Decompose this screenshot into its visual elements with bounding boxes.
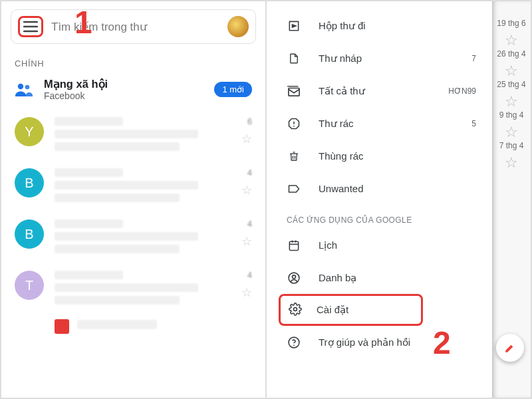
drawer-item-thư-rác[interactable]: Thư rác 5	[267, 107, 492, 140]
mail-meta: 4	[221, 168, 252, 178]
social-subtitle: Facebook	[44, 90, 203, 101]
outbox-icon	[287, 19, 301, 33]
gear-icon	[289, 303, 302, 318]
drawer-label: Lịch	[319, 239, 476, 251]
drawer-label: Danh bạ	[319, 272, 476, 284]
sender-avatar: B	[15, 219, 44, 249]
svg-point-1	[25, 84, 30, 89]
bg-mail-date: 25 thg 4	[497, 80, 525, 89]
drawer-item-danh-bạ[interactable]: Danh bạ	[267, 261, 492, 294]
drawer-count: 7	[471, 54, 476, 63]
drawer-item-settings[interactable]: Cài đặt	[279, 294, 423, 326]
svg-point-7	[294, 307, 297, 311]
menu-button[interactable]	[18, 16, 43, 37]
draft-icon	[287, 52, 301, 65]
drawer-count: HƠN99	[448, 86, 476, 96]
mail-row[interactable]: B 4 ☆	[1, 213, 265, 264]
star-icon[interactable]: ☆	[221, 132, 252, 146]
search-placeholder: Tìm kiếm trong thư	[51, 20, 219, 34]
nav-drawer: Hộp thư đi Thư nháp 7 Tất cả thư HƠN99 T…	[267, 1, 492, 398]
drawer-item-help[interactable]: Trợ giúp và phản hồi	[267, 326, 492, 358]
svg-point-0	[18, 83, 23, 88]
star-outline-icon[interactable]: ☆	[505, 93, 518, 110]
sender-avatar: B	[15, 168, 44, 198]
label-icon	[287, 183, 301, 195]
mail-meta: 4	[221, 271, 252, 280]
drawer-item-thùng-rác[interactable]: Thùng rác	[267, 140, 492, 172]
sender-avatar: T	[15, 271, 44, 300]
bg-mail-item: 26 thg 4☆	[497, 49, 525, 80]
drawer-label: Unwanted	[319, 183, 459, 194]
star-icon[interactable]: ☆	[221, 183, 252, 198]
drawer-item-unwanted[interactable]: Unwanted	[267, 172, 492, 205]
svg-point-3	[293, 125, 295, 126]
mail-meta: 6	[221, 117, 252, 126]
background-mail-strip: 19 thg 6☆26 thg 4☆25 thg 4☆9 thg 4☆7 thg…	[492, 1, 531, 398]
mail-row[interactable]: T 4 ☆	[1, 264, 265, 315]
social-category-row[interactable]: Mạng xã hội Facebook 1 mới	[1, 74, 265, 110]
drawer-label: Thư nháp	[319, 53, 454, 65]
social-title: Mạng xã hội	[44, 78, 203, 90]
help-label: Trợ giúp và phản hồi	[319, 336, 476, 348]
drawer-section-title: CÁC ỨNG DỤNG CỦA GOOGLE	[267, 205, 492, 229]
search-bar[interactable]: Tìm kiếm trong thư	[11, 9, 256, 44]
svg-point-6	[293, 275, 296, 278]
drawer-item-hộp-thư-đi[interactable]: Hộp thư đi	[267, 9, 492, 42]
bg-mail-item: 7 thg 4☆	[497, 141, 525, 172]
drawer-item-thư-nháp[interactable]: Thư nháp 7	[267, 42, 492, 74]
star-icon[interactable]: ☆	[221, 285, 252, 300]
people-icon	[15, 82, 33, 97]
bg-mail-date: 9 thg 4	[499, 110, 524, 120]
spam-icon	[287, 117, 301, 130]
drawer-item-lịch[interactable]: Lịch	[267, 229, 492, 261]
drawer-label: Tất cả thư	[319, 85, 431, 97]
mail-meta: 4	[221, 219, 252, 229]
profile-avatar[interactable]	[227, 16, 249, 37]
bg-mail-item: 25 thg 4☆	[497, 80, 525, 110]
bg-mail-item: 19 thg 6☆	[497, 19, 525, 49]
drawer-label: Hộp thư đi	[319, 20, 459, 32]
star-outline-icon[interactable]: ☆	[505, 154, 518, 172]
new-badge: 1 mới	[214, 82, 252, 97]
svg-rect-2	[289, 88, 299, 96]
trash-icon	[287, 150, 301, 163]
settings-label: Cài đặt	[317, 304, 348, 316]
contacts-icon	[287, 271, 301, 285]
bg-mail-item: 9 thg 4☆	[497, 110, 525, 141]
star-icon[interactable]: ☆	[221, 234, 252, 249]
drawer-item-tất-cả-thư[interactable]: Tất cả thư HƠN99	[267, 74, 492, 107]
bg-mail-date: 26 thg 4	[497, 49, 525, 59]
sender-avatar: Y	[15, 117, 44, 146]
label-chip-icon	[55, 319, 69, 334]
drawer-pane: Hộp thư đi Thư nháp 7 Tất cả thư HƠN99 T…	[267, 1, 531, 398]
blurred-text	[77, 320, 157, 329]
calendar-icon	[287, 239, 301, 252]
star-outline-icon[interactable]: ☆	[505, 32, 518, 49]
compose-fab[interactable]	[496, 334, 524, 362]
drawer-label: Thư rác	[319, 118, 454, 130]
section-primary-label: CHÍNH	[1, 49, 265, 74]
bg-mail-date: 19 thg 6	[497, 19, 525, 28]
hamburger-icon	[23, 21, 38, 33]
star-outline-icon[interactable]: ☆	[505, 63, 518, 80]
mail-row[interactable]: B 4 ☆	[1, 162, 265, 213]
svg-point-9	[293, 344, 295, 346]
drawer-label: Thùng rác	[319, 150, 459, 162]
mail-row[interactable]: Y 6 ☆	[1, 110, 265, 162]
bg-mail-date: 7 thg 4	[499, 141, 524, 150]
star-outline-icon[interactable]: ☆	[505, 124, 518, 141]
inbox-pane: 1 Tìm kiếm trong thư CHÍNH Mạng xã hội F…	[1, 1, 267, 398]
allmail-icon	[287, 85, 301, 97]
help-icon	[287, 336, 301, 349]
drawer-count: 5	[471, 119, 476, 128]
svg-rect-4	[289, 241, 298, 250]
